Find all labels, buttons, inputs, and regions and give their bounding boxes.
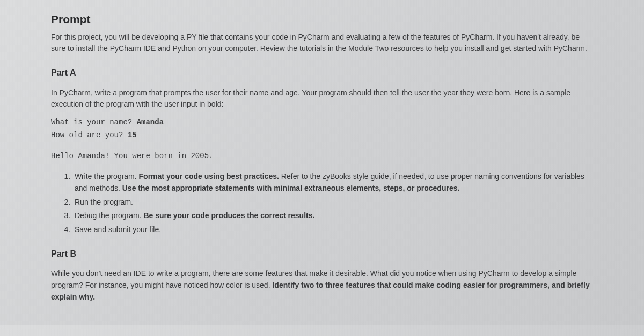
part-a-intro: In PyCharm, write a program that prompts…	[51, 87, 593, 110]
sample-input-2: 15	[128, 131, 137, 139]
step-1-bold2: Use the most appropriate statements with…	[122, 184, 460, 192]
step-1-prefix: Write the program.	[75, 172, 139, 181]
step-4-prefix: Save and submit your file.	[75, 225, 161, 234]
step-3: Debug the program. Be sure your code pro…	[72, 210, 593, 222]
sample-line-3: Hello Amanda! You were born in 2005.	[51, 151, 593, 162]
step-1-bold1: Format your code using best practices.	[139, 172, 279, 181]
sample-prompt-2: How old are you?	[51, 131, 128, 139]
part-a-heading: Part A	[51, 66, 593, 80]
step-2-prefix: Run the program.	[75, 198, 133, 206]
sample-prompt-1: What is your name?	[51, 118, 137, 126]
step-3-prefix: Debug the program.	[75, 211, 143, 220]
step-3-bold1: Be sure your code produces the correct r…	[143, 211, 314, 220]
prompt-heading: Prompt	[51, 11, 593, 28]
step-1: Write the program. Format your code usin…	[72, 171, 593, 194]
step-2: Run the program.	[72, 197, 593, 208]
sample-input-1: Amanda	[137, 118, 164, 126]
part-a-steps: Write the program. Format your code usin…	[51, 171, 593, 235]
part-b-heading: Part B	[51, 248, 593, 261]
prompt-text: For this project, you will be developing…	[51, 32, 593, 55]
part-b-text: While you don't need an IDE to write a p…	[51, 268, 593, 303]
sample-execution: What is your name? Amanda How old are yo…	[51, 117, 593, 162]
sample-line-2: How old are you? 15	[51, 130, 593, 141]
sample-line-1: What is your name? Amanda	[51, 117, 593, 129]
step-4: Save and submit your file.	[72, 224, 593, 236]
